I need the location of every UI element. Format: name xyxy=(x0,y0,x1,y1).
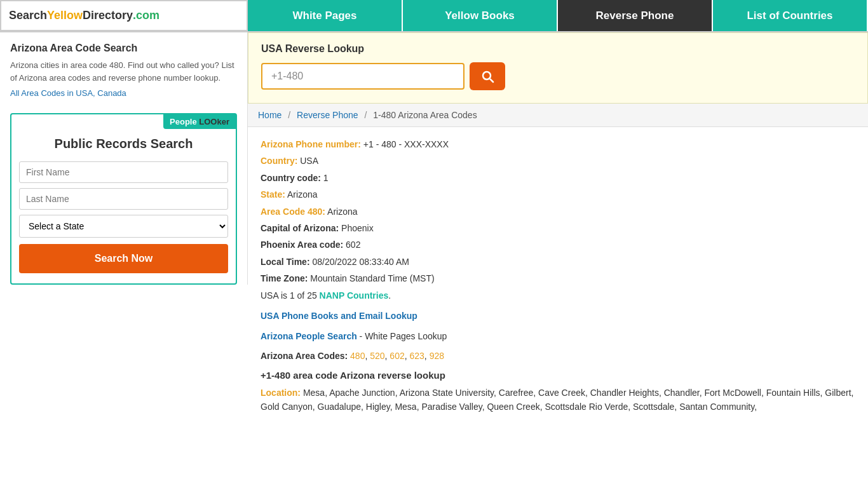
area-codes-links: 480, 520, 602, 623, 928 xyxy=(350,351,444,361)
timezone-value: Mountain Standard Time (MST) xyxy=(310,273,434,283)
logo: SearchYellowDirectory.com xyxy=(0,0,248,31)
area-code-link[interactable]: All Area Codes in USA, Canada xyxy=(10,88,126,98)
reverse-search-button[interactable] xyxy=(470,62,505,90)
phone-number-value: +1 - 480 - XXX-XXXX xyxy=(363,139,449,149)
arizona-area-codes-row: Arizona Area Codes: 480, 520, 602, 623, … xyxy=(261,349,855,363)
nanp-text: USA is 1 of 25 xyxy=(261,290,317,301)
nav-reverse-phone[interactable]: Reverse Phone xyxy=(558,0,713,31)
area-code-link-520[interactable]: 520 xyxy=(370,351,384,361)
state-value: Arizona xyxy=(287,189,317,200)
breadcrumb-sep-2: / xyxy=(364,110,367,120)
country-code-label: Country code: xyxy=(261,173,321,183)
country-code-value: 1 xyxy=(323,173,329,183)
usa-phone-link-row: USA Phone Books and Email Lookup xyxy=(261,309,855,323)
info-content: Arizona Phone number: +1 - 480 - XXX-XXX… xyxy=(248,127,868,427)
country-label: Country: xyxy=(261,156,297,166)
state-select[interactable]: Select a StateAlabamaAlaskaArizonaArkans… xyxy=(19,215,228,238)
breadcrumb-sep-1: / xyxy=(288,110,290,120)
logo-com: .com xyxy=(133,9,159,22)
reverse-lookup-title-row: +1-480 area code Arizona reverse lookup xyxy=(261,368,855,383)
usa-phone-books-link[interactable]: USA Phone Books and Email Lookup xyxy=(261,311,417,321)
location-row: Location: Mesa, Apache Junction, Arizona… xyxy=(261,386,855,414)
capital-row: Capital of Arizona: Phoenix xyxy=(261,221,855,235)
nav-list-of-countries[interactable]: List of Countries xyxy=(713,0,868,31)
area-code-value: Arizona xyxy=(327,207,357,217)
local-time-row: Local Time: 08/20/2022 08:33:40 AM xyxy=(261,255,855,269)
country-code-row: Country code: 1 xyxy=(261,171,855,185)
arizona-area-codes-label: Arizona Area Codes: xyxy=(261,351,348,361)
area-code-description: Arizona cities in area code 480. Find ou… xyxy=(10,59,237,84)
breadcrumb-reverse-phone[interactable]: Reverse Phone xyxy=(297,110,358,120)
arizona-people-desc: - White Pages Lookup xyxy=(357,331,447,341)
state-row: State: Arizona xyxy=(261,187,855,201)
logo-yellow: Yellow xyxy=(47,9,83,22)
search-now-button[interactable]: Search Now xyxy=(19,244,228,273)
location-text: Mesa, Apache Junction, Arizona State Uni… xyxy=(261,388,853,412)
nav-white-pages[interactable]: White Pages xyxy=(248,0,403,31)
logo-directory: Directory xyxy=(83,9,133,22)
phoenix-area-value: 602 xyxy=(346,240,360,250)
area-code-row: Area Code 480: Arizona xyxy=(261,205,855,219)
badge-looker-text: LOOker xyxy=(199,117,229,126)
country-value: USA xyxy=(300,156,318,166)
area-code-link-480[interactable]: 480 xyxy=(350,351,365,361)
reverse-lookup-box: USA Reverse Lookup xyxy=(248,32,868,104)
capital-value: Phoenix xyxy=(341,223,374,233)
local-time-label: Local Time: xyxy=(261,257,310,267)
lookup-input-row xyxy=(261,62,855,90)
state-label: State: xyxy=(261,189,285,200)
nav-yellow-books[interactable]: Yellow Books xyxy=(403,0,558,31)
timezone-row: Time Zone: Mountain Standard Time (MST) xyxy=(261,271,855,285)
sidebar: Arizona Area Code Search Arizona cities … xyxy=(0,32,248,285)
area-code-link-623[interactable]: 623 xyxy=(410,351,424,361)
search-icon xyxy=(480,69,495,84)
breadcrumb-current: 1-480 Arizona Area Codes xyxy=(373,110,477,120)
capital-label: Capital of Arizona: xyxy=(261,223,339,233)
country-row: Country: USA xyxy=(261,154,855,168)
people-looker-badge: People LOOker xyxy=(163,114,236,129)
timezone-label: Time Zone: xyxy=(261,273,308,283)
widget-title: Public Records Search xyxy=(11,129,236,161)
breadcrumb: Home / Reverse Phone / 1-480 Arizona Are… xyxy=(248,104,868,127)
arizona-people-row: Arizona People Search - White Pages Look… xyxy=(261,329,855,343)
area-code-link-928[interactable]: 928 xyxy=(430,351,444,361)
breadcrumb-home[interactable]: Home xyxy=(258,110,281,120)
local-time-value: 08/20/2022 08:33:40 AM xyxy=(312,257,409,267)
area-code-title: Arizona Area Code Search xyxy=(10,43,237,54)
badge-people-text: People xyxy=(170,117,197,126)
logo-search: Search xyxy=(9,9,47,22)
nanp-row: USA is 1 of 25 NANP Countries. xyxy=(261,288,855,302)
area-code-label: Area Code 480: xyxy=(261,207,325,217)
first-name-input[interactable] xyxy=(19,161,228,183)
location-label: Location: xyxy=(261,388,301,398)
phoenix-area-row: Phoenix Area code: 602 xyxy=(261,238,855,252)
area-code-link-602[interactable]: 602 xyxy=(390,351,404,361)
nanp-link[interactable]: NANP Countries xyxy=(320,290,389,301)
public-records-widget: People LOOker Public Records Search Sele… xyxy=(10,113,237,285)
header: SearchYellowDirectory.com White Pages Ye… xyxy=(0,0,868,32)
phoenix-area-label: Phoenix Area code: xyxy=(261,240,343,250)
phone-input[interactable] xyxy=(261,63,465,90)
reverse-lookup-box-title: USA Reverse Lookup xyxy=(261,43,855,55)
last-name-input[interactable] xyxy=(19,188,228,210)
phone-title-label: Arizona Phone number: xyxy=(261,139,361,149)
arizona-people-link[interactable]: Arizona People Search xyxy=(261,331,357,341)
phone-title-row: Arizona Phone number: +1 - 480 - XXX-XXX… xyxy=(261,137,855,151)
main-layout: Arizona Area Code Search Arizona cities … xyxy=(0,32,868,427)
content-area: USA Reverse Lookup Home / Reverse Phone … xyxy=(248,32,868,427)
